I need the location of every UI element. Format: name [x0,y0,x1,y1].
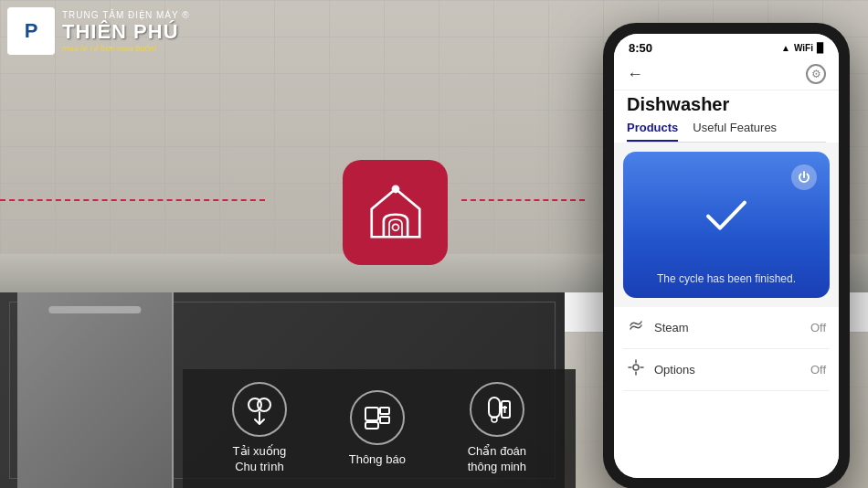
dashed-line-right [461,199,585,201]
app-title: Dishwasher [627,94,826,115]
options-feature-row[interactable]: Options Off [623,349,830,391]
brand-name-main: THIÊN PHÚ [62,20,190,44]
notification-item[interactable]: Thông báo [349,390,406,468]
steam-label: Steam [654,321,689,334]
options-value: Off [810,363,826,377]
phone-mockup: 8:50 ▲ WiFi ▉ ← ⚙ Dishwasher Products Us… [603,23,850,488]
feature-list: Steam Off Options Off [614,307,839,478]
checkmark-icon [704,198,749,243]
svg-rect-8 [365,422,378,429]
status-time: 8:50 [629,41,652,55]
svg-rect-7 [380,417,389,423]
svg-rect-5 [365,408,378,420]
options-icon [627,358,645,381]
steam-icon [627,316,645,339]
status-icons: ▲ WiFi ▉ [781,43,824,53]
bottom-features-panel: Tải xuốngChu trình Thông báo Chẩn đoánth… [183,369,576,488]
wifi-icon: WiFi [794,43,813,53]
brand-tagline: mua lẻ rẻ hơn mua buôn! [62,44,190,53]
dishwasher [17,292,174,488]
dashed-line-left [0,199,265,201]
svg-rect-9 [489,398,500,418]
smart-home-icon [364,181,428,245]
notification-label: Thông báo [349,452,406,468]
svg-point-15 [633,365,639,370]
steam-feature-left: Steam [627,316,689,339]
svg-rect-6 [380,408,389,414]
smart-diagnosis-icon [470,382,524,437]
svg-point-1 [392,224,398,230]
brand-text-container: TRUNG TÂM ĐIỆN MÁY ® THIÊN PHÚ mua lẻ rẻ… [62,10,190,53]
notification-icon [350,390,405,445]
smart-diagnosis-label: Chẩn đoánthông minh [468,444,526,475]
status-bar: 8:50 ▲ WiFi ▉ [614,34,839,58]
steam-value: Off [810,321,826,334]
power-button[interactable] [791,164,817,190]
brand-logo: P TRUNG TÂM ĐIỆN MÁY ® THIÊN PHÚ mua lẻ … [7,7,190,55]
brand-logo-box: P [7,7,55,55]
svg-point-4 [258,398,270,411]
download-cycle-label: Tải xuốngChu trình [233,444,287,475]
app-tabs: Products Useful Features [627,115,826,143]
settings-gear-icon: ⚙ [811,68,821,80]
app-nav-header: ← ⚙ [614,58,839,90]
dishwasher-handle [48,306,141,313]
app-title-section: Dishwasher Products Useful Features [614,90,839,143]
steam-feature-row[interactable]: Steam Off [623,307,830,349]
phone-screen: 8:50 ▲ WiFi ▉ ← ⚙ Dishwasher Products Us… [614,34,839,478]
settings-button[interactable]: ⚙ [806,64,826,84]
back-button[interactable]: ← [627,65,643,84]
tab-products[interactable]: Products [627,121,678,142]
signal-icon: ▲ [781,43,790,53]
status-card: The cycle has been finished. [623,152,830,298]
smart-home-icon-box[interactable] [343,160,448,265]
options-feature-left: Options [627,358,695,381]
download-cycle-icon [232,382,287,437]
brand-letter: P [25,19,38,43]
smart-diagnosis-item[interactable]: Chẩn đoánthông minh [468,382,526,475]
download-cycle-item[interactable]: Tải xuốngChu trình [232,382,287,475]
options-label: Options [654,363,695,377]
brand-name-top: TRUNG TÂM ĐIỆN MÁY ® [62,10,190,20]
tab-useful-features[interactable]: Useful Features [693,121,777,142]
card-center-content [704,198,749,243]
cycle-status-message: The cycle has been finished. [657,272,796,285]
battery-icon: ▉ [817,43,824,53]
